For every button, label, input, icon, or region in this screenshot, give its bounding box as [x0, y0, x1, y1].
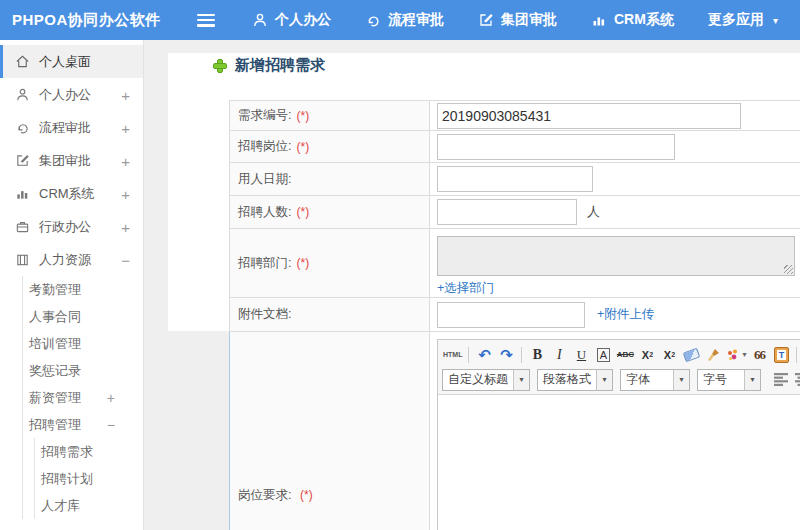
font-family-select[interactable]: 字体 ▾ [620, 369, 690, 391]
redo-button[interactable]: ↷ [496, 345, 516, 365]
field-label: 岗位要求: [238, 488, 291, 502]
sidebar-item-crm[interactable]: CRM系统 + [0, 177, 143, 210]
attachment-input[interactable] [437, 302, 585, 328]
sidebar-item-talent-pool[interactable]: 人才库 [35, 492, 143, 519]
sidebar-item-personal-office[interactable]: 个人办公 + [0, 78, 143, 111]
sidebar: 个人桌面 个人办公 + 流程审批 + 集团审批 + CRM系统 + 行政办公 +… [0, 40, 144, 530]
headcount-input[interactable] [437, 199, 577, 225]
process-icon [14, 120, 30, 136]
chevron-down-icon: ▾ [596, 370, 612, 390]
department-textarea[interactable] [437, 236, 795, 276]
expand-plus-icon[interactable]: + [121, 86, 130, 103]
recruit-demand-form: 需求编号: (*) 招聘岗位: (*) 用人日期: 招聘人数: (*) [229, 100, 800, 530]
form-row-attachment: 附件文档: +附件上传 [230, 298, 800, 332]
sidebar-item-recruit-demand[interactable]: 招聘需求 [35, 438, 143, 465]
editor-content-area[interactable] [438, 395, 800, 530]
eraser-icon [683, 347, 701, 362]
sidebar-item-recruit-plan[interactable]: 招聘计划 [35, 465, 143, 492]
field-label: 招聘部门: [238, 255, 291, 272]
sidebar-item-group-approval[interactable]: 集团审批 + [0, 144, 143, 177]
home-icon [14, 54, 30, 70]
topnav-more-apps[interactable]: 更多应用 ▾ [691, 0, 795, 40]
field-label: 附件文档: [238, 306, 291, 323]
chevron-down-icon: ▾ [513, 370, 529, 390]
sidebar-item-rewards[interactable]: 奖惩记录 [23, 357, 143, 384]
sidebar-item-workflow-approval[interactable]: 流程审批 + [0, 111, 143, 144]
underline-button[interactable]: U [571, 345, 591, 365]
format-brush-button[interactable] [703, 345, 723, 365]
rich-text-editor: HTML ↶ ↷ B I U A ABC X2 X2 [437, 339, 800, 530]
expand-plus-icon[interactable]: + [107, 390, 115, 406]
html-source-button[interactable]: HTML [442, 345, 463, 365]
sidebar-item-human-resources[interactable]: 人力资源 − [0, 243, 143, 276]
form-row-request-number: 需求编号: (*) [230, 101, 800, 131]
sidebar-item-training[interactable]: 培训管理 [23, 330, 143, 357]
custom-title-select[interactable]: 自定义标题 ▾ [442, 369, 530, 391]
required-marker: (*) [296, 205, 309, 219]
top-nav: 个人办公 流程审批 集团审批 CRM系统 更多应用 ▾ [235, 0, 795, 40]
align-center-button[interactable] [795, 373, 800, 386]
app-logo: PHPOA协同办公软件 [0, 11, 197, 30]
superscript-button[interactable]: X2 [637, 345, 657, 365]
strikethrough-button[interactable]: ABC [615, 345, 635, 365]
sidebar-item-hr-contract[interactable]: 人事合同 [23, 303, 143, 330]
menu-toggle-icon[interactable] [197, 14, 215, 27]
topnav-crm[interactable]: CRM系统 [574, 0, 691, 40]
expand-plus-icon[interactable]: + [121, 152, 130, 169]
field-label: 需求编号: [238, 107, 291, 124]
undo-button[interactable]: ↶ [474, 345, 494, 365]
top-bar: PHPOA协同办公软件 个人办公 流程审批 集团审批 CRM系统 更多应用 ▾ [0, 0, 800, 40]
sidebar-item-salary[interactable]: 薪资管理 + [23, 384, 143, 411]
subscript-button[interactable]: X2 [659, 345, 679, 365]
request-number-input[interactable] [437, 103, 741, 129]
font-size-select[interactable]: 字号 ▾ [697, 369, 761, 391]
clipboard-icon: T [774, 347, 789, 363]
recruitment-submenu: 招聘需求 招聘计划 人才库 [34, 438, 143, 519]
color-palette-button[interactable]: ▾ [725, 345, 747, 365]
form-row-job-requirements: 岗位要求: (*) HTML ↶ ↷ B I U A [230, 332, 800, 530]
topnav-personal-office[interactable]: 个人办公 [235, 0, 348, 40]
add-icon [213, 59, 227, 73]
blockquote-button[interactable]: 66 [749, 345, 769, 365]
briefcase-icon [14, 219, 30, 235]
eraser-button[interactable] [681, 345, 701, 365]
field-label: 用人日期: [238, 171, 291, 188]
unit-suffix: 人 [587, 203, 600, 221]
upload-attachment-link[interactable]: +附件上传 [597, 306, 654, 323]
brush-icon [706, 348, 720, 362]
paragraph-format-select[interactable]: 段落格式 ▾ [537, 369, 613, 391]
form-row-headcount: 招聘人数: (*) 人 [230, 196, 800, 229]
hr-submenu: 考勤管理 人事合同 培训管理 奖惩记录 薪资管理 + 招聘管理 − 招聘需求 招… [22, 276, 143, 519]
sidebar-item-attendance[interactable]: 考勤管理 [23, 276, 143, 303]
italic-button[interactable]: I [549, 345, 569, 365]
bar-chart-icon [591, 12, 607, 28]
expand-plus-icon[interactable]: + [121, 185, 130, 202]
position-input[interactable] [437, 134, 675, 160]
form-row-position: 招聘岗位: (*) [230, 131, 800, 163]
hire-date-input[interactable] [437, 166, 593, 192]
align-left-button[interactable] [774, 373, 789, 386]
topnav-group-approval[interactable]: 集团审批 [461, 0, 574, 40]
sidebar-item-recruitment[interactable]: 招聘管理 − [23, 411, 143, 438]
topnav-workflow-approval[interactable]: 流程审批 [348, 0, 461, 40]
chevron-down-icon: ▾ [744, 370, 760, 390]
field-label: 招聘岗位: [238, 138, 291, 155]
resize-grip[interactable] [784, 265, 793, 274]
collapse-minus-icon[interactable]: − [107, 417, 115, 433]
bold-button[interactable]: B [527, 345, 547, 365]
paste-button[interactable]: T [771, 345, 791, 365]
organization-icon [14, 252, 30, 268]
sidebar-item-administrative[interactable]: 行政办公 + [0, 210, 143, 243]
process-icon [365, 12, 381, 28]
collapse-minus-icon[interactable]: − [121, 251, 130, 268]
expand-plus-icon[interactable]: + [121, 119, 130, 136]
select-department-link[interactable]: +选择部门 [437, 280, 494, 297]
form-row-department: 招聘部门: (*) +选择部门 [230, 229, 800, 298]
editor-toolbar: HTML ↶ ↷ B I U A ABC X2 X2 [438, 340, 800, 395]
bar-chart-icon [14, 186, 30, 202]
format-a-button[interactable]: A [597, 348, 610, 362]
expand-plus-icon[interactable]: + [121, 218, 130, 235]
chevron-down-icon: ▾ [742, 350, 746, 359]
page-title: 新增招聘需求 [213, 56, 325, 75]
sidebar-item-personal-desktop[interactable]: 个人桌面 [0, 45, 143, 78]
